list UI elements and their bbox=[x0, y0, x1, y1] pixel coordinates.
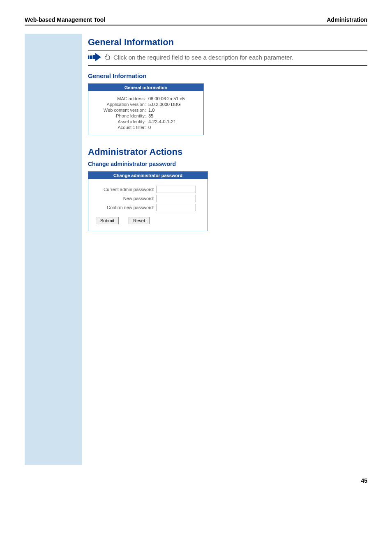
new-password-input[interactable] bbox=[157, 195, 196, 202]
info-value: 1.0 bbox=[148, 108, 154, 113]
form-row-new: New password: bbox=[92, 195, 203, 202]
panel-body: MAC address: 08:00:06:2a:51:e5 Applicati… bbox=[88, 91, 203, 135]
page-header: Web-based Management Tool Administration bbox=[25, 16, 367, 25]
label-new-password: New password: bbox=[92, 196, 157, 201]
header-left: Web-based Management Tool bbox=[25, 16, 105, 23]
current-password-input[interactable] bbox=[157, 186, 196, 193]
info-label: Phone identity: bbox=[92, 113, 148, 118]
arrow-icon bbox=[88, 53, 102, 61]
general-information-panel: General information MAC address: 08:00:0… bbox=[88, 83, 204, 135]
info-row: Phone identity: 35 bbox=[92, 113, 199, 118]
svg-rect-2 bbox=[91, 55, 92, 59]
info-label: Application version: bbox=[92, 102, 148, 107]
info-value: 0 bbox=[148, 125, 151, 130]
label-confirm-password: Confirm new password: bbox=[92, 205, 157, 210]
section-title-general-information: General Information bbox=[88, 37, 367, 48]
change-password-panel: Change administrator password Current ad… bbox=[88, 171, 208, 231]
form-row-confirm: Confirm new password: bbox=[92, 204, 203, 211]
header-right: Administration bbox=[327, 16, 367, 23]
info-row: Acoustic filter: 0 bbox=[92, 125, 199, 130]
info-row: MAC address: 08:00:06:2a:51:e5 bbox=[92, 96, 199, 101]
reset-button[interactable]: Reset bbox=[129, 217, 150, 224]
svg-marker-3 bbox=[93, 53, 101, 61]
tip-row: Click on the required field to see a des… bbox=[88, 53, 367, 61]
form-body: Current admin password: New password: Co… bbox=[88, 179, 208, 231]
info-value: 35 bbox=[148, 113, 153, 118]
section-title-administrator-actions: Administrator Actions bbox=[88, 147, 367, 157]
page-number: 45 bbox=[25, 477, 367, 484]
divider bbox=[88, 50, 367, 51]
info-value: 08:00:06:2a:51:e5 bbox=[148, 96, 185, 101]
panel-header: General information bbox=[88, 84, 203, 91]
subheading-change-password: Change administrator password bbox=[88, 161, 367, 167]
info-row: Web content version: 1.0 bbox=[92, 108, 199, 113]
info-label: Web content version: bbox=[92, 108, 148, 113]
info-value: 4-22-4-0-1-21 bbox=[148, 119, 176, 124]
svg-rect-1 bbox=[90, 55, 91, 59]
label-current-password: Current admin password: bbox=[92, 187, 157, 192]
info-label: MAC address: bbox=[92, 96, 148, 101]
info-row: Asset identity: 4-22-4-0-1-21 bbox=[92, 119, 199, 124]
main-content: General Information Click on the bbox=[88, 34, 367, 465]
tip-text: Click on the required field to see a des… bbox=[113, 54, 293, 61]
info-label: Asset identity: bbox=[92, 119, 148, 124]
form-row-current: Current admin password: bbox=[92, 186, 203, 193]
hand-cursor-icon bbox=[104, 53, 111, 61]
info-label: Acoustic filter: bbox=[92, 125, 148, 130]
subheading-general-information: General Information bbox=[88, 72, 367, 79]
svg-rect-0 bbox=[88, 55, 89, 59]
confirm-password-input[interactable] bbox=[157, 204, 196, 211]
info-row: Application version: 5.0.2.0000 DBG bbox=[92, 102, 199, 107]
left-sidebar bbox=[25, 34, 82, 465]
divider bbox=[88, 65, 367, 66]
button-row: Submit Reset bbox=[96, 217, 203, 224]
info-value: 5.0.2.0000 DBG bbox=[148, 102, 181, 107]
submit-button[interactable]: Submit bbox=[96, 217, 119, 224]
panel-header: Change administrator password bbox=[88, 172, 208, 179]
